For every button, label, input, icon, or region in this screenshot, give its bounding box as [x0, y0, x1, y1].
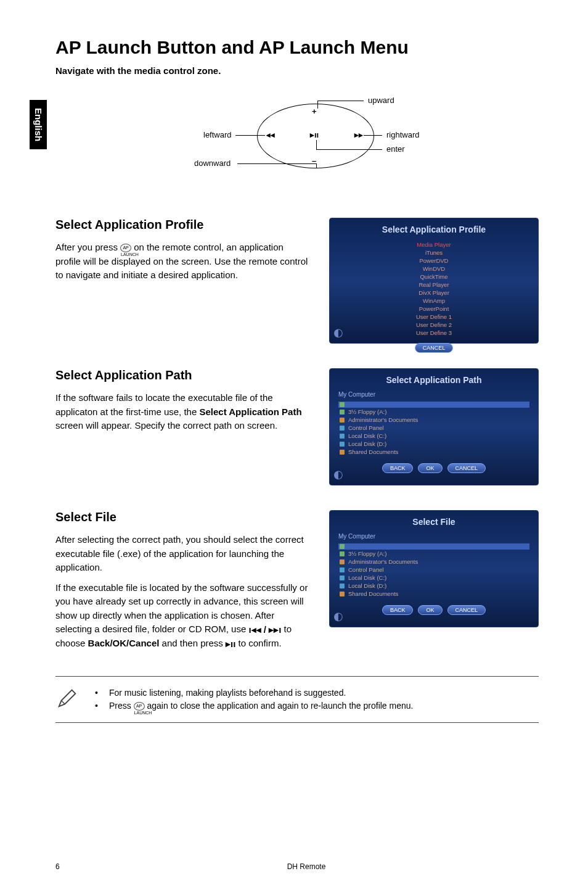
breadcrumb: My Computer	[338, 391, 529, 398]
list-item: DivX Player	[350, 289, 518, 297]
list-item	[338, 543, 529, 550]
path-title: Select Application Path	[55, 368, 309, 382]
list-item: Real Player	[350, 281, 518, 289]
list-item: WinAmp	[350, 297, 518, 305]
list-item: Local Disk (D:)	[338, 440, 529, 448]
path-body: If the software fails to locate the exec…	[55, 391, 309, 433]
prev-glyph: ◂◂	[266, 130, 275, 139]
list-item: User Define 2	[350, 321, 518, 329]
note-block: • For music listening, making playlists …	[55, 676, 539, 723]
section-profile: Select Application Profile After you pre…	[55, 218, 539, 344]
page-title: AP Launch Button and AP Launch Menu	[55, 37, 539, 58]
profile-window-title: Select Application Profile	[338, 225, 529, 234]
note-bullet-1: • For music listening, making playlists …	[95, 687, 539, 699]
file-body-2: If the executable file is located by the…	[55, 581, 309, 651]
ok-button[interactable]: OK	[418, 463, 442, 473]
list-item: PowerDVD	[350, 257, 518, 265]
page-number: 6	[55, 862, 74, 871]
list-item: PowerPoint	[350, 305, 518, 313]
corner-icon: ◐	[333, 468, 343, 481]
prev-next-icon: ı◂◂ / ▸▸ı	[248, 624, 281, 635]
cancel-button[interactable]: CANCEL	[447, 463, 486, 473]
downward-label: downward	[194, 159, 231, 168]
list-item: Administrator's Documents	[338, 416, 529, 424]
list-item: Control Panel	[338, 424, 529, 432]
list-item: Control Panel	[338, 566, 529, 574]
note-2-pre: Press	[109, 701, 134, 711]
profile-window: Select Application Profile Media Player …	[329, 218, 539, 344]
rightward-label: rightward	[386, 130, 419, 139]
path-body-bold: Select Application Path	[199, 406, 301, 417]
profile-title: Select Application Profile	[55, 218, 309, 232]
note-2-post: again to close the application and again…	[145, 701, 414, 711]
list-item	[338, 402, 529, 408]
path-body-post: screen will appear. Specify the correct …	[55, 420, 277, 431]
media-control-diagram: + ◂◂ ▸ıı ▸▸ – upward leftward rightward …	[165, 88, 430, 193]
file-window: Select File My Computer 3½ Floppy (A:) A…	[329, 510, 539, 627]
profile-body-before: After you press	[55, 242, 120, 252]
list-item: Local Disk (D:)	[338, 582, 529, 590]
cancel-button[interactable]: CANCEL	[415, 343, 454, 353]
playpause-glyph: ▸ıı	[310, 130, 319, 139]
note-text-1: For music listening, making playlists be…	[109, 687, 346, 699]
list-item: Administrator's Documents	[338, 558, 529, 566]
upward-label: upward	[368, 96, 394, 105]
language-tab: English	[30, 100, 47, 149]
file-b2-after: to confirm.	[235, 638, 281, 648]
nav-instruction: Navigate with the media control zone.	[55, 65, 539, 76]
list-item: Media Player	[350, 241, 518, 249]
file-title: Select File	[55, 510, 309, 524]
corner-icon: ◐	[333, 326, 343, 339]
list-item: User Define 1	[350, 313, 518, 321]
path-window-title: Select Application Path	[338, 375, 529, 385]
list-item: Local Disk (C:)	[338, 574, 529, 582]
section-path: Select Application Path If the software …	[55, 368, 539, 485]
pencil-icon	[55, 687, 79, 712]
file-body-1: After selecting the correct path, you sh…	[55, 533, 309, 575]
play-pause-icon: ▸ıı	[226, 638, 235, 649]
footer: 6 DH Remote	[0, 862, 588, 871]
list-item: Local Disk (C:)	[338, 432, 529, 440]
list-item: WinDVD	[350, 265, 518, 273]
plus-glyph: +	[312, 107, 317, 116]
profile-body: After you press AP LAUNCH on the remote …	[55, 241, 309, 283]
list-item: Shared Documents	[338, 448, 529, 456]
enter-label: enter	[386, 144, 405, 154]
ok-button[interactable]: OK	[418, 605, 442, 615]
cancel-button[interactable]: CANCEL	[447, 605, 486, 615]
section-file: Select File After selecting the correct …	[55, 510, 539, 651]
next-glyph: ▸▸	[354, 130, 363, 139]
ap-launch-icon: AP LAUNCH	[134, 702, 145, 711]
back-button[interactable]: BACK	[382, 605, 414, 615]
back-button[interactable]: BACK	[382, 463, 414, 473]
path-window: Select Application Path My Computer 3½ F…	[329, 368, 539, 485]
list-item: iTunes	[350, 249, 518, 257]
list-item: User Define 3	[350, 329, 518, 337]
leftward-label: leftward	[203, 130, 232, 139]
list-item: QuickTime	[350, 273, 518, 281]
file-window-title: Select File	[338, 517, 529, 527]
list-item: 3½ Floppy (A:)	[338, 550, 529, 558]
file-b2-mid2: and then press	[159, 638, 226, 648]
breadcrumb: My Computer	[338, 533, 529, 540]
corner-icon: ◐	[333, 609, 343, 623]
ap-launch-icon: AP LAUNCH	[120, 244, 131, 252]
list-item: 3½ Floppy (A:)	[338, 408, 529, 416]
footer-title: DH Remote	[74, 862, 539, 871]
note-bullet-2: • Press AP LAUNCH again to close the app…	[95, 699, 539, 712]
back-ok-cancel-text: Back/OK/Cancel	[88, 638, 160, 648]
list-item: Shared Documents	[338, 590, 529, 598]
